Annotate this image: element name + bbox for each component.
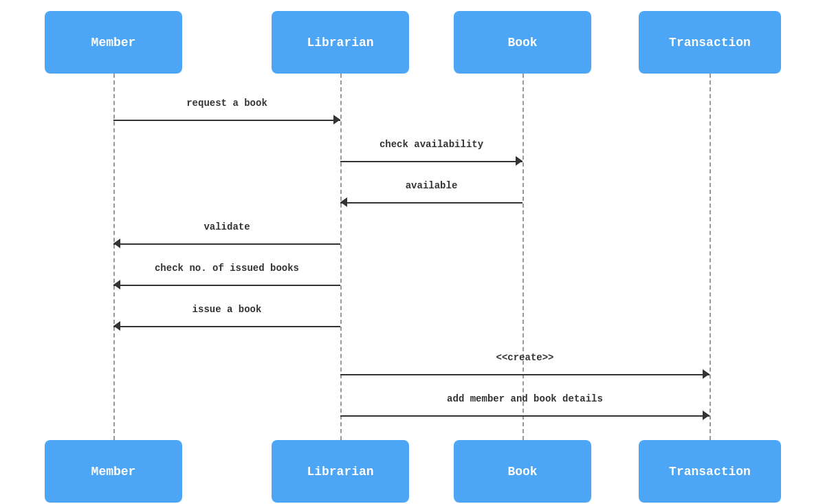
actor-bottom-transaction: Transaction [639,440,781,503]
message-label-msg1: request a book [113,98,340,109]
actor-bottom-book: Book [454,440,591,503]
actor-top-transaction: Transaction [639,11,781,74]
message-msg3: available [340,193,522,213]
message-label-msg8: add member and book details [340,393,710,404]
message-label-msg6: issue a book [113,304,340,315]
message-msg7: <<create>> [340,364,710,385]
message-label-msg4: validate [113,221,340,232]
lifeline-book [522,74,524,440]
message-msg2: check availability [340,151,522,172]
actor-bottom-librarian: Librarian [272,440,409,503]
actor-top-member: Member [45,11,182,74]
message-msg1: request a book [113,110,340,131]
message-msg5: check no. of issued books [113,275,340,296]
message-label-msg3: available [340,180,522,191]
message-msg8: add member and book details [340,406,710,426]
message-msg4: validate [113,234,340,254]
message-label-msg5: check no. of issued books [113,263,340,274]
message-label-msg7: <<create>> [340,352,710,363]
actor-top-librarian: Librarian [272,11,409,74]
actor-bottom-member: Member [45,440,182,503]
lifeline-transaction [710,74,711,440]
lifeline-librarian [340,74,342,440]
sequence-diagram: MemberMemberLibrarianLibrarianBookBookTr… [0,0,825,504]
message-msg6: issue a book [113,316,340,337]
actor-top-book: Book [454,11,591,74]
message-label-msg2: check availability [340,139,522,150]
